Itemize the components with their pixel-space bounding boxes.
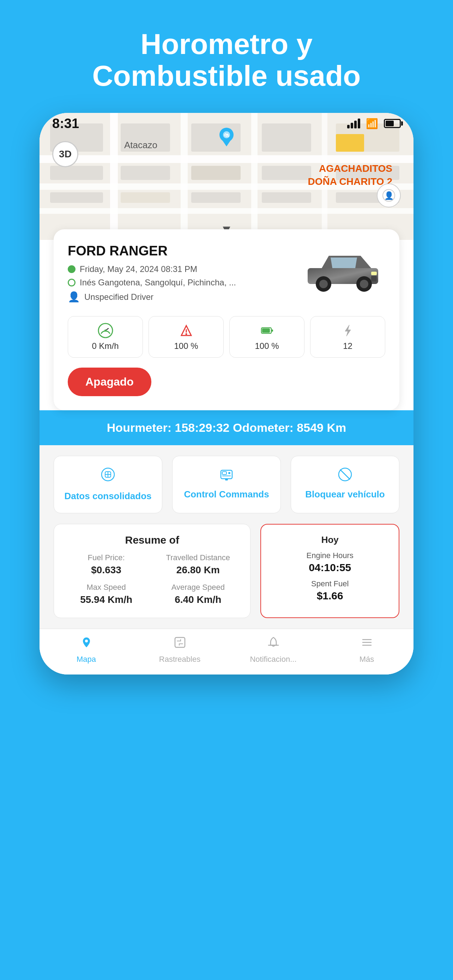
bloquear-icon (337, 467, 353, 484)
datos-consolidados-button[interactable]: Datos consolidados (54, 456, 162, 513)
svg-rect-3 (40, 208, 413, 214)
resume-section: Resume of Fuel Price: $0.633 Travelled D… (40, 524, 413, 628)
svg-rect-37 (371, 276, 377, 282)
bloquear-button[interactable]: Bloquear vehículo (291, 456, 399, 513)
vehicle-name: FORD RANGER (68, 243, 236, 259)
svg-rect-43 (186, 329, 187, 332)
resume-grid: Fuel Price: $0.633 Travelled Distance 26… (64, 553, 240, 605)
nav-mapa[interactable]: Mapa (40, 636, 133, 664)
mapa-icon (80, 636, 93, 652)
bolt-stat: 12 (310, 316, 385, 358)
svg-point-40 (105, 329, 106, 332)
control-commands-button[interactable]: Control Commands (172, 456, 281, 513)
control-icon (219, 467, 234, 484)
page-title: Horometro y Combustible usado (71, 0, 382, 113)
svg-point-33 (319, 280, 328, 288)
map-3d-button[interactable]: 3D (52, 141, 78, 167)
notificaciones-label: Notificacion... (250, 655, 296, 664)
signal-icon (347, 119, 360, 129)
status-dot (68, 265, 75, 273)
vehicle-driver-row: 👤 Unspecified Driver (68, 291, 236, 303)
svg-rect-14 (121, 166, 170, 180)
battery-stat: 100 % (229, 316, 304, 358)
svg-rect-16 (262, 166, 311, 180)
vehicle-date: Friday, May 24, 2024 08:31 PM (80, 264, 197, 274)
map-pin: 🛍 (218, 127, 235, 151)
rastreables-icon (173, 636, 186, 652)
svg-line-57 (340, 469, 350, 479)
bolt-value: 12 (343, 341, 353, 351)
action-row: Datos consolidados Control Commands (40, 445, 413, 524)
engine-hours: Engine Hours 04:10:55 (271, 551, 389, 574)
nav-rastreables[interactable]: Rastreables (133, 636, 227, 664)
rastreables-label: Rastreables (159, 655, 200, 664)
battery-value: 100 % (255, 341, 279, 351)
signal-value: 100 % (174, 341, 198, 351)
svg-point-53 (228, 472, 230, 474)
phone-mockup: 8:31 📶 3D (40, 113, 413, 675)
svg-rect-23 (336, 134, 364, 152)
battery-icon (384, 119, 401, 128)
resume-hoy: Hoy Engine Hours 04:10:55 Spent Fuel $1.… (261, 524, 399, 618)
svg-point-35 (360, 280, 368, 288)
notificaciones-icon (267, 636, 280, 652)
resume-avg-speed: Average Speed 6.40 Km/h (156, 583, 240, 605)
svg-rect-19 (121, 192, 170, 203)
nav-notificaciones[interactable]: Notificacion... (227, 636, 320, 664)
wifi-icon: 📶 (366, 118, 378, 129)
resume-main: Resume of Fuel Price: $0.633 Travelled D… (54, 524, 251, 618)
map-place-name: Atacazo (124, 140, 157, 151)
svg-rect-45 (271, 329, 273, 332)
status-time: 8:31 (52, 116, 79, 131)
apagado-button[interactable]: Apagado (68, 368, 151, 396)
location-dot (68, 279, 75, 286)
resume-distance: Travelled Distance 26.80 Km (156, 553, 240, 576)
svg-rect-1 (40, 155, 413, 163)
svg-rect-13 (50, 166, 103, 180)
datos-icon (100, 467, 116, 485)
hourmeter-bar: Hourmeter: 158:29:32 Odometer: 8549 Km (40, 410, 413, 445)
map-label: AGACHADITOS DOÑA CHARITO 2 (308, 162, 392, 188)
nav-mas[interactable]: Más (320, 636, 413, 664)
resume-title: Resume of (64, 534, 240, 546)
svg-rect-46 (262, 328, 270, 332)
vehicle-card: FORD RANGER Friday, May 24, 2024 08:31 P… (54, 229, 399, 410)
svg-text:👤: 👤 (384, 191, 394, 200)
status-icons: 📶 (347, 118, 401, 129)
svg-rect-52 (222, 472, 227, 474)
resume-fuel-price: Fuel Price: $0.633 (64, 553, 149, 576)
stats-row: 0 Km/h 100 % 100 % (68, 316, 385, 358)
map-area: 8:31 📶 3D (40, 113, 413, 240)
vehicle-info: FORD RANGER Friday, May 24, 2024 08:31 P… (68, 243, 236, 306)
speed-value: 0 Km/h (92, 341, 119, 351)
speed-stat: 0 Km/h (68, 316, 143, 358)
signal-stat: 100 % (149, 316, 224, 358)
hourmeter-text: Hourmeter: 158:29:32 Odometer: 8549 Km (107, 421, 346, 434)
bottom-nav: Mapa Rastreables Notificacion... (40, 628, 413, 675)
mas-icon (361, 636, 373, 652)
datos-label: Datos consolidados (64, 490, 151, 502)
svg-marker-25 (222, 140, 231, 146)
svg-rect-20 (191, 192, 241, 203)
svg-rect-15 (191, 166, 241, 180)
svg-point-42 (185, 333, 187, 335)
control-label: Control Commands (184, 488, 269, 501)
mas-label: Más (359, 655, 374, 664)
resume-max-speed: Max Speed 55.94 Km/h (64, 583, 149, 605)
resume-hoy-title: Hoy (271, 535, 389, 546)
vehicle-image (300, 243, 385, 294)
svg-point-58 (85, 640, 88, 643)
bloquear-label: Bloquear vehículo (305, 488, 385, 501)
svg-rect-59 (175, 638, 185, 648)
vehicle-address: Inés Gangotena, Sangolquí, Pichincha, ..… (80, 278, 236, 288)
svg-text:🛍: 🛍 (224, 132, 229, 138)
map-route-icon[interactable]: 👤 (377, 183, 401, 207)
svg-rect-18 (50, 192, 103, 203)
svg-marker-47 (345, 325, 351, 336)
svg-rect-55 (225, 479, 228, 480)
svg-rect-21 (262, 192, 311, 203)
spent-fuel: Spent Fuel $1.66 (271, 579, 389, 602)
vehicle-date-row: Friday, May 24, 2024 08:31 PM (68, 264, 236, 274)
mapa-label: Mapa (76, 655, 96, 664)
vehicle-driver: Unspecified Driver (84, 292, 153, 302)
